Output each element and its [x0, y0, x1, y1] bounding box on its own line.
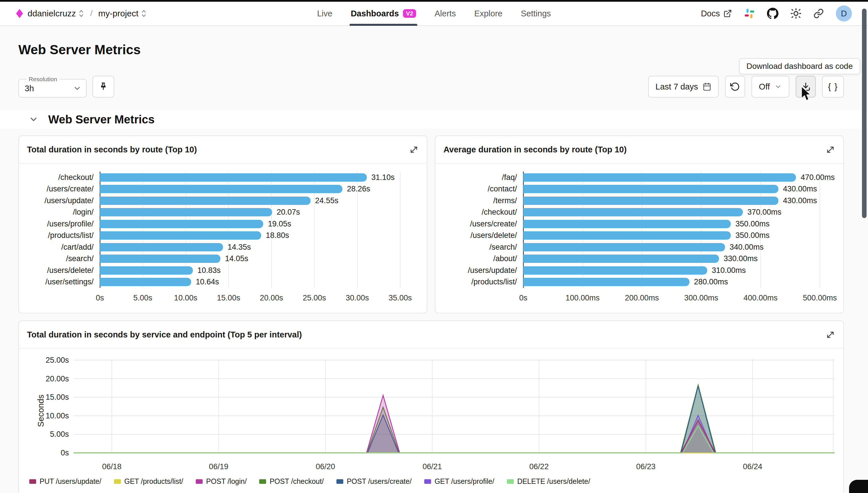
- bar-row[interactable]: 19.05s: [100, 218, 418, 230]
- bar-category-label: /login/: [26, 207, 100, 218]
- github-button[interactable]: [767, 8, 779, 19]
- bar-category-label: /checkout/: [26, 172, 100, 184]
- legend-item[interactable]: PUT /users/update/: [29, 477, 101, 486]
- bar-row[interactable]: 350.00ms: [523, 230, 835, 242]
- bar-row[interactable]: 14.35s: [100, 241, 418, 253]
- x-axis-tick-label: 25.00s: [303, 294, 326, 302]
- bar-value-label: 19.05s: [268, 219, 291, 229]
- bar-value-label: 310.00ms: [712, 266, 746, 275]
- resolution-select[interactable]: Resolution 3h: [18, 76, 87, 98]
- bar-row[interactable]: 350.00ms: [523, 218, 835, 230]
- legend-item[interactable]: POST /login/: [196, 477, 247, 486]
- y-axis-tick-label: 5.00s: [50, 430, 69, 439]
- share-link-button[interactable]: [813, 8, 824, 19]
- tab-alerts[interactable]: Alerts: [435, 2, 456, 25]
- time-controls: Last 7 days Off { }: [648, 76, 844, 98]
- bar[interactable]: [523, 243, 725, 251]
- bar-row[interactable]: 31.10s: [100, 172, 418, 184]
- bar-row[interactable]: 430.00ms: [523, 184, 835, 195]
- legend-item[interactable]: GET /users/profile/: [424, 477, 494, 486]
- bar[interactable]: [100, 243, 223, 251]
- bar[interactable]: [100, 197, 311, 205]
- tab-explore[interactable]: Explore: [474, 2, 502, 25]
- bar-row[interactable]: 18.80s: [100, 230, 418, 242]
- theme-toggle[interactable]: [790, 8, 801, 19]
- bar[interactable]: [100, 185, 342, 193]
- legend-item[interactable]: POST /checkout/: [259, 477, 324, 486]
- edit-code-button[interactable]: { }: [822, 76, 844, 98]
- bar[interactable]: [523, 208, 743, 216]
- bar[interactable]: [100, 231, 261, 240]
- area-series-line[interactable]: [73, 386, 835, 453]
- expand-chart-button[interactable]: [409, 145, 419, 154]
- project-switcher[interactable]: my-project: [98, 8, 147, 18]
- bar-row[interactable]: 10.83s: [100, 264, 418, 276]
- bar[interactable]: [100, 208, 272, 216]
- tab-settings[interactable]: Settings: [521, 2, 551, 25]
- y-axis: Seconds 0s5.00s10.00s15.00s20.00s25.00s: [25, 357, 73, 474]
- brand-logo-icon[interactable]: [16, 9, 23, 18]
- bar[interactable]: [523, 266, 707, 275]
- user-avatar[interactable]: D: [836, 5, 852, 22]
- x-axis-tick-label: 100.00ms: [566, 294, 600, 302]
- x-axis-tick-label: 0s: [519, 294, 528, 302]
- bar-row[interactable]: 430.00ms: [523, 195, 835, 207]
- section-collapse-chevron-icon[interactable]: [29, 114, 39, 124]
- bar[interactable]: [523, 231, 731, 240]
- help-widget-corner[interactable]: [849, 480, 868, 493]
- bar-row[interactable]: 470.00ms: [523, 172, 835, 184]
- tab-dashboards[interactable]: Dashboards V2: [351, 2, 416, 25]
- area-series-line[interactable]: [73, 426, 835, 453]
- bar-row[interactable]: 24.55s: [100, 195, 418, 207]
- bar-row[interactable]: 280.00ms: [523, 276, 835, 288]
- bar-row[interactable]: 28.26s: [100, 184, 418, 195]
- bar[interactable]: [523, 185, 779, 193]
- refresh-button[interactable]: [725, 76, 745, 98]
- bar[interactable]: [100, 278, 191, 286]
- bar[interactable]: [100, 266, 193, 275]
- legend-item[interactable]: DELETE /users/delete/: [507, 477, 590, 486]
- org-switcher[interactable]: ddanielcruzz: [27, 8, 84, 18]
- time-range-button[interactable]: Last 7 days: [648, 76, 719, 98]
- legend-item[interactable]: POST /users/create/: [336, 477, 411, 486]
- bar-row[interactable]: 14.05s: [100, 253, 418, 265]
- expand-chart-button[interactable]: [826, 330, 835, 340]
- legend-label: POST /users/create/: [347, 477, 411, 486]
- bar-row[interactable]: 310.00ms: [523, 264, 835, 276]
- section-header[interactable]: Web Server Metrics: [0, 110, 868, 129]
- chevron-down-icon: [73, 84, 82, 93]
- bar-row[interactable]: 330.00ms: [523, 253, 835, 265]
- x-axis-tick-label: 06/23: [636, 462, 656, 471]
- y-axis-tick-label: 10.00s: [46, 411, 69, 421]
- bar[interactable]: [523, 173, 796, 181]
- bar-row[interactable]: 20.07s: [100, 207, 418, 218]
- bar-category-label: /users/delete/: [26, 264, 100, 276]
- bar-value-label: 20.07s: [277, 208, 300, 217]
- bar-value-label: 14.35s: [228, 243, 251, 252]
- area-series-line[interactable]: [73, 420, 835, 453]
- auto-refresh-select[interactable]: Off: [751, 76, 789, 98]
- bar[interactable]: [100, 255, 220, 263]
- bar[interactable]: [523, 197, 779, 205]
- bar[interactable]: [100, 220, 263, 228]
- tab-live[interactable]: Live: [317, 2, 332, 25]
- bar[interactable]: [523, 220, 731, 228]
- area-series-line[interactable]: [73, 385, 835, 453]
- legend-item[interactable]: GET /products/list/: [114, 477, 183, 486]
- bar-row[interactable]: 10.64s: [100, 276, 418, 288]
- pin-icon: [99, 82, 108, 91]
- bar[interactable]: [523, 255, 719, 263]
- slack-button[interactable]: [744, 8, 755, 19]
- pin-resolution-button[interactable]: [92, 76, 114, 98]
- bar[interactable]: [100, 173, 367, 181]
- expand-chart-button[interactable]: [826, 145, 835, 154]
- docs-link[interactable]: Docs: [701, 9, 732, 18]
- x-axis-tick-label: 15.00s: [217, 294, 240, 302]
- top-navbar: ddanielcruzz / my-project Live Dashboard…: [0, 2, 868, 26]
- area-series-line[interactable]: [73, 395, 835, 453]
- vertical-scrollbar[interactable]: [862, 8, 867, 218]
- bar-row[interactable]: 340.00ms: [523, 241, 835, 253]
- legend-label: DELETE /users/delete/: [517, 477, 590, 486]
- bar[interactable]: [523, 278, 690, 286]
- bar-row[interactable]: 370.00ms: [523, 207, 835, 218]
